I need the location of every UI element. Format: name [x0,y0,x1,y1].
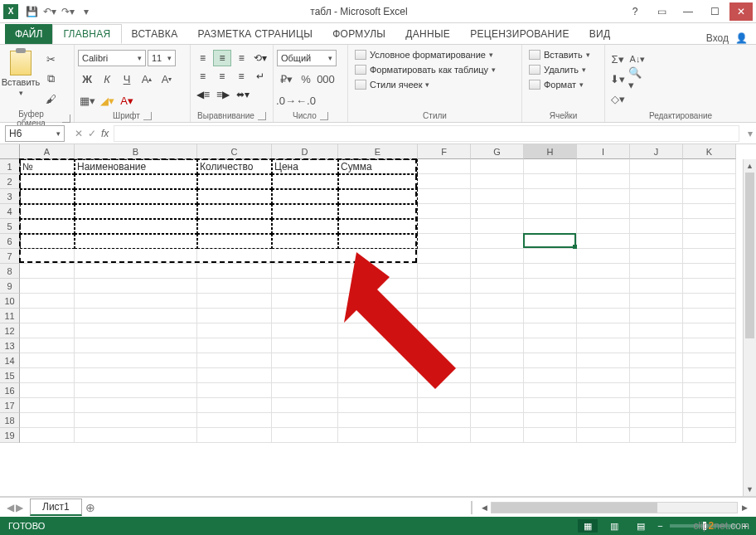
indent-decrease-icon[interactable]: ◀≡ [194,86,212,103]
cell[interactable] [683,413,736,428]
cell[interactable] [630,383,683,398]
percent-icon[interactable]: % [297,70,315,88]
cell[interactable] [418,413,471,428]
cell[interactable] [418,279,471,294]
format-painter-icon[interactable]: 🖌 [41,90,60,108]
cell[interactable] [683,249,736,264]
cell[interactable] [524,338,577,353]
formula-input[interactable] [114,125,739,142]
cell[interactable] [577,294,630,309]
cell[interactable] [630,279,683,294]
cell[interactable] [471,159,524,174]
cell[interactable] [75,383,197,398]
minimize-button[interactable]: — [676,2,700,21]
border-button[interactable]: ▦▾ [78,91,96,109]
cell[interactable] [75,323,197,338]
horizontal-scrollbar[interactable]: ◀ ▶ [477,502,751,513]
name-box[interactable]: H6▾ [5,125,65,142]
cell[interactable] [683,368,736,383]
cell[interactable] [418,294,471,309]
cell[interactable] [20,338,75,353]
align-left-icon[interactable]: ≡ [194,68,211,85]
cell[interactable] [20,309,75,323]
cell[interactable] [20,413,75,428]
autosum-icon[interactable]: Σ▾ [608,50,627,68]
align-center-icon[interactable]: ≡ [213,68,230,85]
row-header[interactable]: 7 [0,249,20,264]
row-header[interactable]: 14 [0,353,20,368]
column-header[interactable]: I [577,144,630,159]
cell[interactable] [683,323,736,338]
formula-expand-icon[interactable]: ▾ [744,128,756,139]
cell[interactable] [524,323,577,338]
cell[interactable] [197,323,272,338]
cell[interactable] [471,264,524,279]
number-format-combo[interactable]: Общий▾ [277,50,337,66]
cell[interactable] [524,309,577,323]
dialog-launcher-icon[interactable] [320,112,328,120]
cell[interactable] [683,219,736,234]
format-cells-button[interactable]: Формат ▾ [526,78,601,91]
cell[interactable] [418,353,471,368]
cell[interactable] [524,368,577,383]
worksheet-grid[interactable]: ABCDEFGHIJK 1234567891011121314151617181… [0,144,756,497]
scroll-right-icon[interactable]: ▶ [738,503,751,512]
cell[interactable] [524,383,577,398]
sheet-nav-next-icon[interactable]: ▶ [16,502,23,513]
cell[interactable] [471,309,524,323]
scroll-left-icon[interactable]: ◀ [477,503,491,512]
tab-review[interactable]: РЕЦЕНЗИРОВАНИЕ [460,24,579,44]
cell[interactable] [272,323,338,338]
cell[interactable] [471,204,524,219]
row-header[interactable]: 5 [0,219,20,234]
cell[interactable] [197,338,272,353]
cell[interactable] [272,294,338,309]
cell[interactable] [75,338,197,353]
increase-decimal-icon[interactable]: .0→ [277,91,295,109]
font-name-combo[interactable]: Calibri▾ [78,50,146,66]
cell[interactable] [471,428,524,443]
cell[interactable] [75,309,197,323]
cell[interactable] [524,279,577,294]
cell[interactable] [75,264,197,279]
cell[interactable] [630,353,683,368]
scroll-down-icon[interactable]: ▼ [744,483,756,496]
cell[interactable] [524,189,577,204]
sign-in-label[interactable]: Вход [706,32,729,44]
cell[interactable] [197,398,272,413]
find-icon[interactable]: 🔍▾ [628,70,647,88]
cell[interactable] [272,309,338,323]
cell[interactable] [471,368,524,383]
cell[interactable] [524,398,577,413]
save-icon[interactable]: 💾 [23,3,40,20]
column-header[interactable]: D [272,144,338,159]
cell[interactable] [630,368,683,383]
row-header[interactable]: 1 [0,159,20,174]
cell[interactable] [20,323,75,338]
hscroll-thumb[interactable] [492,503,657,513]
cell[interactable] [471,353,524,368]
cell[interactable] [471,174,524,189]
cell[interactable] [577,398,630,413]
cell[interactable] [524,219,577,234]
fx-icon[interactable]: fx [101,128,109,139]
align-right-icon[interactable]: ≡ [233,68,250,85]
tab-data[interactable]: ДАННЫЕ [395,24,460,44]
insert-cells-button[interactable]: Вставить ▾ [526,48,601,61]
cell[interactable] [630,323,683,338]
cell[interactable] [577,323,630,338]
cell[interactable] [418,428,471,443]
cell[interactable] [272,279,338,294]
cell[interactable] [630,219,683,234]
cell[interactable] [197,368,272,383]
cell[interactable] [630,398,683,413]
qat-customize-icon[interactable]: ▾ [78,3,94,20]
column-header[interactable]: G [471,144,524,159]
scroll-thumb[interactable] [745,173,754,338]
redo-icon[interactable]: ↷▾ [60,3,76,20]
tab-insert[interactable]: ВСТАВКА [122,24,188,44]
cut-icon[interactable]: ✂ [41,50,60,68]
cell[interactable] [75,413,197,428]
close-button[interactable]: ✕ [729,2,753,21]
cell[interactable] [338,398,418,413]
